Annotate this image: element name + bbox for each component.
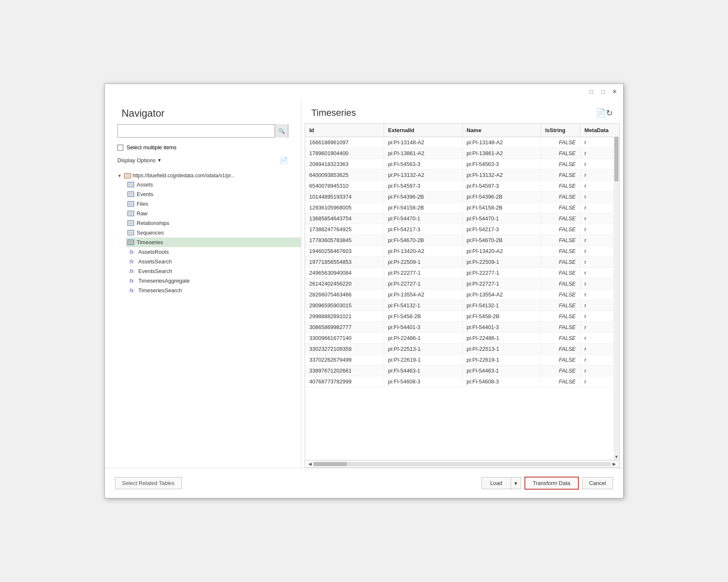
cancel-button[interactable]: Cancel xyxy=(582,477,613,489)
table-row: 19771856554853pi:PI-22509-1pi:PI-22509-1… xyxy=(305,257,619,268)
select-multiple-label: Select multiple items xyxy=(127,144,176,151)
tree-root-item[interactable]: ▼ https://bluefield.cognitedata.com/odat… xyxy=(117,171,301,180)
cell-isstring: FALSE xyxy=(541,148,580,159)
left-panel: Navigator 🔍 Select multiple items Displa… xyxy=(105,99,301,468)
content-area: Navigator 🔍 Select multiple items Displa… xyxy=(105,99,623,468)
load-dropdown-arrow[interactable]: ▼ xyxy=(511,477,521,489)
scroll-down-arrow[interactable]: ▼ xyxy=(613,453,619,460)
maximize-button[interactable]: □ xyxy=(599,87,607,96)
close-button[interactable]: ✕ xyxy=(611,87,619,96)
table-row: 17783605783845pi:FI-54670-2Bpi:FI-54670-… xyxy=(305,235,619,246)
tree-item-relationships[interactable]: Relationships xyxy=(126,218,301,228)
minimize-button[interactable]: □ xyxy=(587,87,596,96)
cell-isstring: FALSE xyxy=(541,311,580,322)
function-icon-timeseriesaggregate: fx xyxy=(127,278,136,284)
cell-externalid: pi:PI-13861-A2 xyxy=(384,148,462,159)
tree-label-assetsroots: AssetsRoots xyxy=(138,249,169,255)
right-panel: Timeseries 📄↻ Id ExternalId Name IsStri xyxy=(301,99,623,468)
right-action-icon[interactable]: 📄↻ xyxy=(596,108,613,118)
tree-item-assetsroots[interactable]: fx AssetsRoots xyxy=(126,247,301,257)
col-header-externalid: ExternalId xyxy=(384,124,462,137)
tree-item-timeseries[interactable]: Timeseries xyxy=(126,237,301,247)
cell-externalid: pi:FI-54563-3 xyxy=(384,159,462,170)
load-button[interactable]: Load xyxy=(481,477,511,489)
table-scroll-area[interactable]: Id ExternalId Name IsString MetaData 166… xyxy=(305,124,619,460)
horizontal-scrollbar[interactable]: ◀ ▶ xyxy=(305,460,619,467)
table-icon-events xyxy=(127,191,134,197)
select-multiple-checkbox[interactable] xyxy=(117,145,123,151)
table-row: 24965630940084pi:PI-22277-1pi:PI-22277-1… xyxy=(305,268,619,278)
cell-id: 12936105968005 xyxy=(305,202,384,213)
cell-isstring: FALSE xyxy=(541,181,580,191)
tree-item-events[interactable]: Events xyxy=(126,189,301,199)
table-icon-relationships xyxy=(127,220,134,226)
cell-externalid: pi:PI-22727-1 xyxy=(384,278,462,289)
cell-isstring: FALSE xyxy=(541,202,580,213)
tree-label-relationships: Relationships xyxy=(137,220,169,226)
tree-item-raw[interactable]: Raw xyxy=(126,209,301,218)
transform-data-button[interactable]: Transform Data xyxy=(524,477,579,490)
tree-item-assets[interactable]: Assets xyxy=(126,180,301,189)
cell-isstring: FALSE xyxy=(541,213,580,224)
cell-id: 2089418323363 xyxy=(305,159,384,170)
table-row: 10144895193374pi:FI-54396-2Bpi:FI-54396-… xyxy=(305,191,619,202)
table-row: 28266075463466pi:PI-13554-A2pi:PI-13554-… xyxy=(305,289,619,300)
tree-label-raw: Raw xyxy=(137,210,148,217)
scroll-thumb-horizontal[interactable] xyxy=(313,462,347,466)
table-row: 33897671202661pi:FI-54463-1pi:FI-54463-1… xyxy=(305,365,619,376)
cell-externalid: pi:PI-22619-1 xyxy=(384,355,462,365)
cell-isstring: FALSE xyxy=(541,191,580,202)
tree-item-assetssearch[interactable]: fx AssetsSearch xyxy=(126,257,301,266)
display-options-button[interactable]: Display Options ▼ xyxy=(117,157,162,163)
table-row: 2089418323363pi:FI-54563-3pi:FI-54563-3F… xyxy=(305,159,619,170)
tree-root: ▼ https://bluefield.cognitedata.com/odat… xyxy=(105,170,301,297)
scroll-right-arrow[interactable]: ▶ xyxy=(611,461,618,467)
cell-externalid: pi:FI-54158-2B xyxy=(384,202,462,213)
cell-name: pi:FI-54463-1 xyxy=(462,365,541,376)
cell-id: 33009661677140 xyxy=(305,333,384,344)
tree-item-files[interactable]: Files xyxy=(126,199,301,209)
app-title: Navigator xyxy=(105,99,301,124)
nav-tree: ▼ https://bluefield.cognitedata.com/odat… xyxy=(105,170,301,468)
search-input[interactable] xyxy=(118,128,275,134)
cell-id: 33023272109359 xyxy=(305,344,384,355)
table-row: 26142402456220pi:PI-22727-1pi:PI-22727-1… xyxy=(305,278,619,289)
cell-externalid: pi:FI-54401-3 xyxy=(384,322,462,333)
table-icon-assets xyxy=(127,182,134,187)
cell-externalid: pi:FI-54608-3 xyxy=(384,376,462,387)
tree-collapse-icon: ▼ xyxy=(117,174,122,178)
tree-label-eventssearch: EventsSearch xyxy=(138,268,172,274)
vertical-scrollbar[interactable]: ▲ ▼ xyxy=(613,124,619,460)
select-related-tables-button[interactable]: Select Related Tables xyxy=(115,477,182,489)
scroll-thumb-vertical[interactable] xyxy=(614,131,619,181)
cell-id: 33897671202661 xyxy=(305,365,384,376)
table-icon-files xyxy=(127,201,134,207)
search-icon[interactable]: 🔍 xyxy=(275,124,288,138)
table-row: 30865869982777pi:FI-54401-3pi:FI-54401-3… xyxy=(305,322,619,333)
cell-externalid: pi:PI-13420-A2 xyxy=(384,246,462,257)
cell-isstring: FALSE xyxy=(541,344,580,355)
root-table-icon xyxy=(124,173,131,179)
document-icon[interactable]: 📄 xyxy=(279,156,288,165)
cell-id: 30865869982777 xyxy=(305,322,384,333)
cell-externalid: pi:FI-54597-3 xyxy=(384,181,462,191)
scroll-left-arrow[interactable]: ◀ xyxy=(307,461,313,467)
table-row: 29096595903015pi:FI-54132-1pi:FI-54132-1… xyxy=(305,300,619,311)
cell-isstring: FALSE xyxy=(541,376,580,387)
col-header-metadata: MetaData xyxy=(580,124,619,137)
cell-name: pi:PI-13420-A2 xyxy=(462,246,541,257)
cell-isstring: FALSE xyxy=(541,322,580,333)
tree-item-timeseriessearch[interactable]: fx TimeseriesSearch xyxy=(126,286,301,295)
cell-isstring: FALSE xyxy=(541,137,580,148)
cell-id: 1666186961097 xyxy=(305,137,384,148)
right-title: Timeseries xyxy=(311,107,356,118)
cell-id: 33702262679499 xyxy=(305,355,384,365)
tree-item-sequences[interactable]: Sequences xyxy=(126,228,301,237)
table-row: 12936105968005pi:FI-54158-2Bpi:FI-54158-… xyxy=(305,202,619,213)
display-options-label: Display Options xyxy=(117,157,155,163)
load-button-group: Load ▼ xyxy=(481,477,521,489)
tree-item-timeseriesaggregate[interactable]: fx TimeseriesAggregate xyxy=(126,276,301,286)
tree-item-eventssearch[interactable]: fx EventsSearch xyxy=(126,266,301,276)
cell-id: 10144895193374 xyxy=(305,191,384,202)
cell-externalid: pi:FI-54396-2B xyxy=(384,191,462,202)
